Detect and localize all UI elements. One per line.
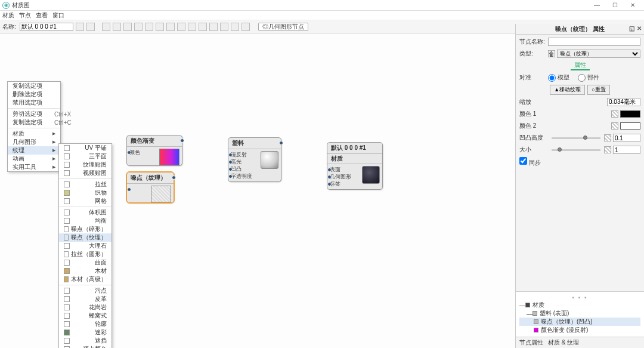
minimize-button[interactable]: — bbox=[588, 1, 606, 10]
ctx-sub-item[interactable]: 迷彩 bbox=[59, 328, 112, 337]
ctx-item[interactable]: 禁用选定项 bbox=[8, 98, 60, 107]
ctx-item[interactable]: 复制选定项 bbox=[8, 82, 60, 90]
tree-item[interactable]: 颜色渐变 (漫反射) bbox=[519, 326, 640, 334]
toolbar-icon[interactable] bbox=[188, 23, 196, 31]
ctx-sub-item[interactable]: 拉丝 bbox=[59, 180, 112, 189]
node-header[interactable]: 颜色渐变 bbox=[127, 135, 182, 147]
ctx-item-utility[interactable]: 实用工具 bbox=[8, 163, 60, 171]
color1-swatch[interactable] bbox=[620, 110, 640, 118]
input-port[interactable] bbox=[127, 187, 131, 192]
toolbar-icon[interactable] bbox=[134, 23, 143, 31]
ctx-sub-item[interactable]: 木材（高级） bbox=[59, 275, 112, 284]
ctx-sub-item[interactable]: 纹理贴图 bbox=[59, 161, 112, 169]
ctx-sub-item[interactable]: 噪点（碎形） bbox=[59, 225, 112, 233]
scale-input[interactable] bbox=[607, 98, 640, 106]
close-panel-icon[interactable]: ✕ bbox=[637, 25, 642, 32]
toolbar-icon[interactable] bbox=[199, 23, 207, 31]
toolbar-icon[interactable] bbox=[156, 23, 164, 31]
tab-properties[interactable]: 属性 bbox=[571, 61, 590, 70]
ctx-sub-item[interactable]: 三平面 bbox=[59, 152, 112, 161]
node-plastic[interactable]: 塑料 漫反射 高光 凹凸 字透明度 bbox=[228, 137, 281, 182]
ctx-item[interactable]: 删除选定项 bbox=[8, 90, 60, 98]
ctx-item[interactable]: 复制选定项Ctrl+C bbox=[8, 118, 60, 127]
node-header[interactable]: 噪点（纹理） bbox=[127, 173, 174, 184]
ctx-item-material[interactable]: 材质 bbox=[8, 130, 60, 138]
ctx-item-geometry[interactable]: 几何图形 bbox=[8, 138, 60, 146]
output-port[interactable] bbox=[279, 141, 283, 145]
color2-swatch[interactable] bbox=[620, 122, 640, 130]
input-port[interactable] bbox=[228, 174, 233, 178]
ctx-sub-item[interactable]: 遮挡 bbox=[59, 337, 112, 345]
link-icon[interactable] bbox=[604, 134, 611, 141]
drag-handle[interactable]: • • • bbox=[519, 294, 640, 301]
node-noise-texture[interactable]: 噪点（纹理） bbox=[126, 172, 174, 203]
ctx-sub-item[interactable]: 曲面 bbox=[59, 258, 112, 267]
ctx-sub-item[interactable]: 织物 bbox=[59, 189, 112, 197]
toolbar-icon[interactable] bbox=[123, 23, 132, 31]
input-port[interactable] bbox=[327, 182, 332, 186]
toolbar-icon[interactable] bbox=[177, 23, 185, 31]
link-icon[interactable] bbox=[604, 146, 611, 153]
toolbar-icon[interactable] bbox=[145, 23, 153, 31]
radio-model[interactable]: 模型 bbox=[548, 73, 569, 82]
close-button[interactable]: ✕ bbox=[624, 1, 642, 10]
node-canvas[interactable]: 颜色渐变 颜色 噪点（纹理） 塑料 bbox=[0, 33, 515, 348]
name-input[interactable] bbox=[20, 23, 73, 31]
node-name-input[interactable] bbox=[548, 38, 640, 46]
input-port[interactable] bbox=[228, 167, 233, 171]
tab-material-texture[interactable]: 材质 & 纹理 bbox=[548, 338, 579, 347]
reset-button[interactable]: ○重置 bbox=[587, 85, 609, 95]
ctx-sub-item-noise-texture[interactable]: 噪点（纹理） bbox=[59, 233, 112, 242]
ctx-item-animation[interactable]: 动画 bbox=[8, 155, 60, 163]
ctx-sub-item[interactable]: 污点 bbox=[59, 287, 112, 295]
toolbar-icon[interactable] bbox=[209, 23, 218, 31]
input-port[interactable] bbox=[228, 160, 233, 164]
ctx-sub-item[interactable]: 蜂窝式 bbox=[59, 312, 112, 320]
ctx-sub-item[interactable]: UV 平铺 bbox=[59, 144, 112, 152]
breadcrumb[interactable]: ◎几何图形节点 bbox=[258, 23, 308, 31]
toolbar-icon[interactable] bbox=[113, 23, 121, 31]
ctx-item[interactable]: 剪切选定项Ctrl+X bbox=[8, 110, 60, 118]
menu-window[interactable]: 窗口 bbox=[52, 11, 64, 20]
ctx-sub-item[interactable]: 木材 bbox=[59, 267, 112, 275]
move-texture-button[interactable]: ▲移动纹理 bbox=[550, 85, 585, 95]
color-picker-icon[interactable] bbox=[611, 122, 618, 130]
input-port[interactable] bbox=[127, 150, 131, 155]
radio-part[interactable]: 部件 bbox=[578, 73, 599, 82]
bump-input[interactable] bbox=[613, 134, 640, 142]
node-color-gradient[interactable]: 颜色渐变 颜色 bbox=[126, 135, 182, 166]
ctx-item-texture[interactable]: 纹理 bbox=[8, 146, 60, 155]
ctx-sub-item[interactable]: 轮廓 bbox=[59, 320, 112, 328]
ctx-sub-item[interactable]: 皮革 bbox=[59, 295, 112, 303]
trash-icon[interactable]: 🗑 bbox=[548, 50, 555, 57]
type-select[interactable]: 噪点（纹理） bbox=[557, 50, 640, 58]
ctx-sub-item[interactable]: 均衡 bbox=[59, 217, 112, 225]
node-header[interactable]: 塑料 bbox=[228, 138, 281, 149]
ctx-sub-item[interactable]: 顶点颜色 bbox=[59, 345, 112, 348]
tree-item[interactable]: — 塑料 (表面) bbox=[519, 309, 640, 318]
output-port[interactable] bbox=[172, 175, 176, 180]
ctx-sub-item[interactable]: 大理石 bbox=[59, 242, 112, 250]
node-material-output[interactable]: 默认 0 0 0 #1 材质 表面 几何图形 标签 bbox=[327, 142, 383, 190]
menu-node[interactable]: 节点 bbox=[19, 11, 31, 20]
ctx-sub-item[interactable]: 网格 bbox=[59, 197, 112, 205]
menu-material[interactable]: 材质 bbox=[2, 11, 14, 20]
toolbar-icon[interactable] bbox=[102, 23, 110, 31]
toolbar-icon[interactable] bbox=[220, 23, 228, 31]
input-port[interactable] bbox=[327, 168, 332, 172]
tree-item[interactable]: 噪点（纹理）(凹凸) bbox=[519, 318, 640, 326]
ctx-sub-item[interactable]: 体积图 bbox=[59, 208, 112, 217]
context-menu[interactable]: 复制选定项 删除选定项 禁用选定项 剪切选定项Ctrl+X 复制选定项Ctrl+… bbox=[7, 81, 61, 172]
context-submenu-texture[interactable]: UV 平铺 三平面 纹理贴图 视频贴图 拉丝 织物 网格 体积图 均衡 噪点（碎… bbox=[58, 143, 112, 348]
dock-icon[interactable]: ◱ bbox=[629, 25, 634, 32]
tree-root[interactable]: — 材质 bbox=[519, 301, 640, 309]
sync-checkbox[interactable]: 同步 bbox=[519, 157, 541, 167]
ctx-sub-item[interactable]: 拉丝（圆形） bbox=[59, 250, 112, 258]
tab-node-props[interactable]: 节点属性 bbox=[519, 338, 543, 347]
toolbar-icon[interactable] bbox=[242, 23, 250, 31]
output-port[interactable] bbox=[180, 138, 184, 143]
toolbar-icon[interactable] bbox=[86, 23, 95, 31]
toolbar-icon[interactable] bbox=[231, 23, 239, 31]
color-picker-icon[interactable] bbox=[611, 110, 618, 118]
input-port[interactable] bbox=[327, 175, 332, 179]
